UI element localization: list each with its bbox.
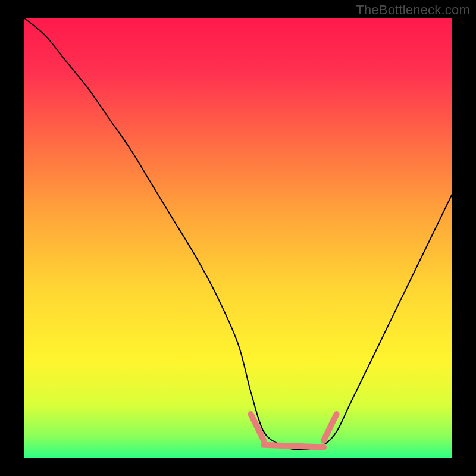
chart-frame: TheBottleneck.com — [0, 0, 476, 476]
gradient-background — [24, 18, 452, 458]
watermark-text: TheBottleneck.com — [356, 2, 470, 18]
svg-line-1 — [264, 445, 324, 447]
bottleneck-chart — [0, 0, 476, 476]
